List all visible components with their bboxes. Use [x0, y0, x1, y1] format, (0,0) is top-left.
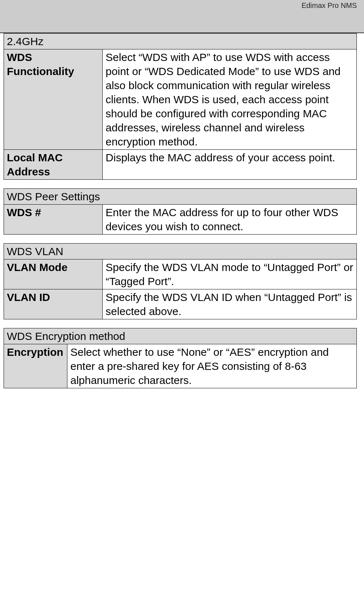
row-label: VLAN ID	[4, 289, 103, 319]
table-wds-peer: WDS Peer Settings WDS # Enter the MAC ad…	[4, 188, 357, 235]
table-row: WDS Functionality Select “WDS with AP” t…	[4, 49, 357, 150]
row-label: WDS Functionality	[4, 49, 103, 150]
table-wds-vlan: WDS VLAN VLAN Mode Specify the WDS VLAN …	[4, 243, 357, 319]
row-label: WDS #	[4, 205, 103, 235]
row-desc: Select whether to use “None” or “AES” en…	[67, 344, 357, 388]
row-desc: Specify the WDS VLAN ID when “Untagged P…	[103, 289, 357, 319]
page-content: 2.4GHz WDS Functionality Select “WDS wit…	[0, 33, 364, 594]
section-header-wds-encryption: WDS Encryption method	[4, 328, 357, 344]
table-row: Local MAC Address Displays the MAC addre…	[4, 150, 357, 180]
section-header-24ghz: 2.4GHz	[4, 34, 357, 49]
row-desc: Specify the WDS VLAN mode to “Untagged P…	[103, 259, 357, 289]
page-header: Edimax Pro NMS	[0, 0, 364, 33]
table-row: Encryption Select whether to use “None” …	[4, 344, 357, 388]
table-24ghz: 2.4GHz WDS Functionality Select “WDS wit…	[4, 33, 357, 180]
row-label: VLAN Mode	[4, 259, 103, 289]
row-desc: Displays the MAC address of your access …	[103, 150, 357, 180]
section-header-wds-vlan: WDS VLAN	[4, 244, 357, 259]
row-desc: Enter the MAC address for up to four oth…	[103, 205, 357, 235]
table-row: VLAN ID Specify the WDS VLAN ID when “Un…	[4, 289, 357, 319]
table-row: VLAN Mode Specify the WDS VLAN mode to “…	[4, 259, 357, 289]
table-row: WDS # Enter the MAC address for up to fo…	[4, 205, 357, 235]
row-label: Local MAC Address	[4, 150, 103, 180]
row-desc: Select “WDS with AP” to use WDS with acc…	[103, 49, 357, 150]
row-label: Encryption	[4, 344, 67, 388]
table-wds-encryption: WDS Encryption method Encryption Select …	[4, 328, 357, 388]
header-right-text: Edimax Pro NMS	[302, 1, 357, 10]
section-header-wds-peer: WDS Peer Settings	[4, 189, 357, 205]
